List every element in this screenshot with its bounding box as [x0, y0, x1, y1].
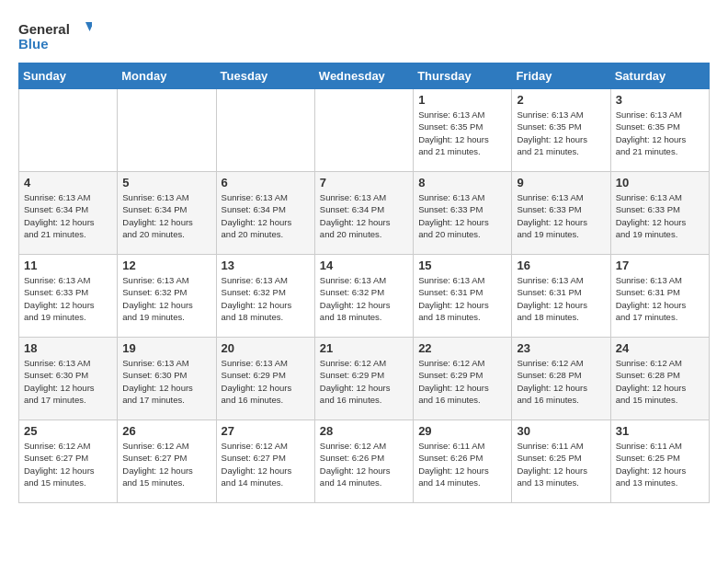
day-number: 16	[517, 259, 605, 272]
day-cell: 24Sunrise: 6:12 AM Sunset: 6:28 PM Dayli…	[610, 338, 709, 420]
day-info: Sunrise: 6:13 AM Sunset: 6:32 PM Dayligh…	[222, 274, 310, 323]
day-info: Sunrise: 6:11 AM Sunset: 6:25 PM Dayligh…	[616, 440, 704, 488]
week-row-4: 18Sunrise: 6:13 AM Sunset: 6:30 PM Dayli…	[19, 338, 710, 420]
day-cell: 13Sunrise: 6:13 AM Sunset: 6:32 PM Dayli…	[216, 255, 314, 338]
day-cell	[118, 89, 216, 172]
day-number: 30	[517, 424, 605, 438]
day-number: 2	[517, 93, 605, 107]
day-info: Sunrise: 6:13 AM Sunset: 6:32 PM Dayligh…	[122, 274, 210, 323]
day-cell: 3Sunrise: 6:13 AM Sunset: 6:35 PM Daylig…	[610, 89, 709, 172]
day-info: Sunrise: 6:13 AM Sunset: 6:30 PM Dayligh…	[24, 357, 112, 406]
day-number: 31	[616, 424, 704, 438]
day-cell: 20Sunrise: 6:13 AM Sunset: 6:29 PM Dayli…	[216, 338, 314, 420]
day-number: 3	[616, 93, 704, 107]
weekday-header-tuesday: Tuesday	[216, 63, 314, 89]
day-cell: 15Sunrise: 6:13 AM Sunset: 6:31 PM Dayli…	[414, 255, 512, 338]
day-number: 24	[616, 341, 704, 355]
day-info: Sunrise: 6:13 AM Sunset: 6:34 PM Dayligh…	[320, 191, 408, 240]
day-cell: 27Sunrise: 6:12 AM Sunset: 6:27 PM Dayli…	[216, 420, 314, 503]
day-cell: 25Sunrise: 6:12 AM Sunset: 6:27 PM Dayli…	[19, 420, 118, 503]
day-info: Sunrise: 6:13 AM Sunset: 6:33 PM Dayligh…	[24, 274, 112, 323]
day-number: 28	[320, 424, 408, 438]
day-number: 29	[418, 424, 506, 438]
day-cell: 31Sunrise: 6:11 AM Sunset: 6:25 PM Dayli…	[610, 420, 709, 503]
day-number: 11	[24, 259, 112, 272]
day-info: Sunrise: 6:13 AM Sunset: 6:30 PM Dayligh…	[122, 357, 210, 406]
day-info: Sunrise: 6:12 AM Sunset: 6:27 PM Dayligh…	[24, 440, 112, 488]
weekday-header-friday: Friday	[512, 63, 610, 89]
day-number: 18	[24, 341, 112, 355]
day-info: Sunrise: 6:13 AM Sunset: 6:31 PM Dayligh…	[517, 274, 605, 323]
day-cell: 7Sunrise: 6:13 AM Sunset: 6:34 PM Daylig…	[314, 172, 413, 255]
day-info: Sunrise: 6:13 AM Sunset: 6:34 PM Dayligh…	[222, 191, 310, 240]
day-info: Sunrise: 6:13 AM Sunset: 6:35 PM Dayligh…	[616, 109, 704, 157]
day-cell: 21Sunrise: 6:12 AM Sunset: 6:29 PM Dayli…	[314, 338, 413, 420]
day-number: 1	[418, 93, 506, 107]
svg-text:Blue: Blue	[18, 36, 49, 52]
day-info: Sunrise: 6:12 AM Sunset: 6:28 PM Dayligh…	[517, 357, 605, 406]
logo-svg: General Blue	[18, 18, 92, 53]
day-cell: 4Sunrise: 6:13 AM Sunset: 6:34 PM Daylig…	[19, 172, 118, 255]
week-row-1: 1Sunrise: 6:13 AM Sunset: 6:35 PM Daylig…	[19, 89, 710, 172]
day-cell: 29Sunrise: 6:11 AM Sunset: 6:26 PM Dayli…	[414, 420, 512, 503]
day-info: Sunrise: 6:13 AM Sunset: 6:29 PM Dayligh…	[222, 357, 310, 406]
day-cell: 14Sunrise: 6:13 AM Sunset: 6:32 PM Dayli…	[314, 255, 413, 338]
week-row-3: 11Sunrise: 6:13 AM Sunset: 6:33 PM Dayli…	[19, 255, 710, 338]
day-number: 7	[320, 176, 408, 190]
day-info: Sunrise: 6:13 AM Sunset: 6:35 PM Dayligh…	[517, 109, 605, 157]
day-info: Sunrise: 6:12 AM Sunset: 6:28 PM Dayligh…	[616, 357, 704, 406]
weekday-header-wednesday: Wednesday	[314, 63, 413, 89]
day-cell: 16Sunrise: 6:13 AM Sunset: 6:31 PM Dayli…	[512, 255, 610, 338]
day-number: 13	[222, 259, 310, 272]
day-number: 15	[418, 259, 506, 272]
day-info: Sunrise: 6:13 AM Sunset: 6:33 PM Dayligh…	[517, 191, 605, 240]
day-number: 14	[320, 259, 408, 272]
day-info: Sunrise: 6:11 AM Sunset: 6:25 PM Dayligh…	[517, 440, 605, 488]
day-info: Sunrise: 6:13 AM Sunset: 6:33 PM Dayligh…	[418, 191, 506, 240]
day-cell: 30Sunrise: 6:11 AM Sunset: 6:25 PM Dayli…	[512, 420, 610, 503]
day-number: 12	[122, 259, 210, 272]
day-number: 10	[616, 176, 704, 190]
day-cell	[314, 89, 413, 172]
day-info: Sunrise: 6:13 AM Sunset: 6:33 PM Dayligh…	[616, 191, 704, 240]
day-info: Sunrise: 6:12 AM Sunset: 6:29 PM Dayligh…	[320, 357, 408, 406]
day-number: 17	[616, 259, 704, 272]
day-info: Sunrise: 6:13 AM Sunset: 6:34 PM Dayligh…	[122, 191, 210, 240]
header: General Blue	[18, 18, 710, 53]
week-row-5: 25Sunrise: 6:12 AM Sunset: 6:27 PM Dayli…	[19, 420, 710, 503]
day-cell: 22Sunrise: 6:12 AM Sunset: 6:29 PM Dayli…	[414, 338, 512, 420]
day-number: 23	[517, 341, 605, 355]
day-cell: 26Sunrise: 6:12 AM Sunset: 6:27 PM Dayli…	[118, 420, 216, 503]
day-cell	[216, 89, 314, 172]
day-cell: 12Sunrise: 6:13 AM Sunset: 6:32 PM Dayli…	[118, 255, 216, 338]
svg-text:General: General	[18, 21, 70, 37]
day-info: Sunrise: 6:12 AM Sunset: 6:27 PM Dayligh…	[122, 440, 210, 488]
header-row: SundayMondayTuesdayWednesdayThursdayFrid…	[19, 63, 710, 89]
day-cell: 5Sunrise: 6:13 AM Sunset: 6:34 PM Daylig…	[118, 172, 216, 255]
day-number: 20	[222, 341, 310, 355]
day-cell: 1Sunrise: 6:13 AM Sunset: 6:35 PM Daylig…	[414, 89, 512, 172]
day-cell: 23Sunrise: 6:12 AM Sunset: 6:28 PM Dayli…	[512, 338, 610, 420]
day-cell: 9Sunrise: 6:13 AM Sunset: 6:33 PM Daylig…	[512, 172, 610, 255]
day-cell: 28Sunrise: 6:12 AM Sunset: 6:26 PM Dayli…	[314, 420, 413, 503]
day-number: 8	[418, 176, 506, 190]
day-info: Sunrise: 6:12 AM Sunset: 6:29 PM Dayligh…	[418, 357, 506, 406]
day-cell	[19, 89, 118, 172]
logo: General Blue	[18, 18, 92, 53]
weekday-header-thursday: Thursday	[414, 63, 512, 89]
day-number: 19	[122, 341, 210, 355]
day-info: Sunrise: 6:12 AM Sunset: 6:27 PM Dayligh…	[222, 440, 310, 488]
weekday-header-sunday: Sunday	[19, 63, 118, 89]
day-info: Sunrise: 6:12 AM Sunset: 6:26 PM Dayligh…	[320, 440, 408, 488]
day-cell: 17Sunrise: 6:13 AM Sunset: 6:31 PM Dayli…	[610, 255, 709, 338]
weekday-header-monday: Monday	[118, 63, 216, 89]
day-cell: 11Sunrise: 6:13 AM Sunset: 6:33 PM Dayli…	[19, 255, 118, 338]
calendar-table: SundayMondayTuesdayWednesdayThursdayFrid…	[18, 63, 710, 503]
day-number: 27	[222, 424, 310, 438]
day-number: 5	[122, 176, 210, 190]
day-info: Sunrise: 6:13 AM Sunset: 6:34 PM Dayligh…	[24, 191, 112, 240]
day-cell: 2Sunrise: 6:13 AM Sunset: 6:35 PM Daylig…	[512, 89, 610, 172]
day-number: 22	[418, 341, 506, 355]
day-cell: 19Sunrise: 6:13 AM Sunset: 6:30 PM Dayli…	[118, 338, 216, 420]
day-info: Sunrise: 6:13 AM Sunset: 6:32 PM Dayligh…	[320, 274, 408, 323]
